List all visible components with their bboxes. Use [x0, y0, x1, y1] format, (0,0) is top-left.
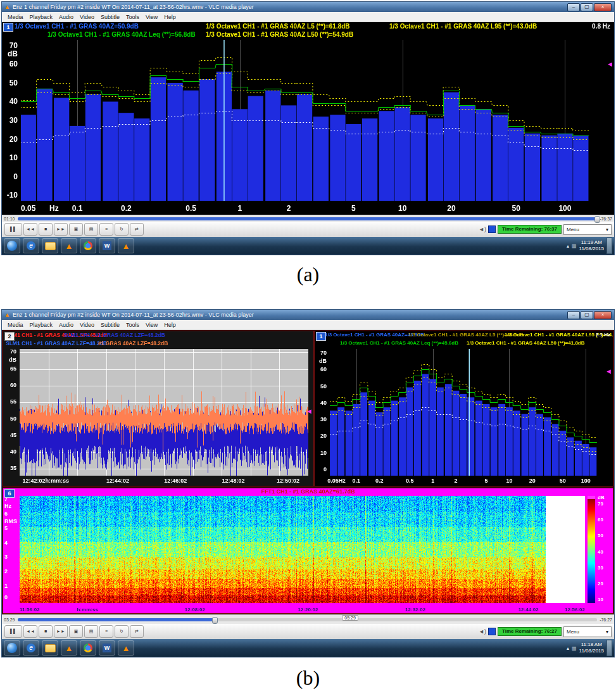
seek-knob[interactable]	[594, 216, 600, 223]
vlc-cone-icon[interactable]: ▲	[118, 640, 134, 656]
title-bar[interactable]: ▲ Enz 1 channel Friday pm #2 inside WT O…	[2, 2, 614, 12]
random-button[interactable]: ⇄	[130, 625, 144, 638]
menu-tools[interactable]: Tools	[123, 322, 142, 328]
menu-playback[interactable]: Playback	[27, 322, 56, 328]
previous-button[interactable]: ◄◄	[23, 625, 37, 638]
loop-button[interactable]: ↻	[115, 625, 129, 638]
menu-view[interactable]: View	[142, 14, 161, 20]
x-axis-tick: 0.05	[21, 204, 35, 213]
menu-tools[interactable]: Tools	[123, 14, 142, 20]
panel-number-badge: 2	[4, 332, 15, 341]
hidden-icons-chevron-icon[interactable]: ▴	[567, 243, 569, 249]
fullscreen-button[interactable]: ▣	[69, 223, 83, 236]
pause-button[interactable]: ▌▌	[4, 625, 22, 638]
extended-settings-button[interactable]: ▤	[84, 625, 98, 638]
seek-knob[interactable]	[212, 617, 218, 624]
word-icon[interactable]: W	[99, 640, 115, 656]
menu-subtitle[interactable]: Subtitle	[97, 14, 123, 20]
close-button[interactable]: ×	[594, 311, 612, 319]
file-explorer-icon[interactable]	[42, 640, 58, 656]
chevron-down-icon: ▾	[606, 629, 608, 635]
next-button[interactable]: ►►	[54, 223, 68, 236]
vlc-cone-icon: ▲	[4, 4, 10, 10]
start-button[interactable]	[4, 238, 20, 253]
cursor-frequency-readout: 3.1 Hz	[596, 332, 610, 338]
file-explorer-icon[interactable]	[42, 238, 58, 253]
menu-dropdown-label: Menu	[567, 227, 579, 232]
readout-line-2: 1/3 Octave1 CH1 - #1 GRAS 40AZ Leq (**)=…	[2, 30, 614, 39]
maximize-button[interactable]: ▢	[581, 3, 593, 11]
vlc-window-a: ▲ Enz 1 channel Friday pm #2 inside WT O…	[1, 1, 615, 255]
x-axis-tick: 0.5	[185, 204, 196, 213]
maximize-button[interactable]: ▢	[581, 311, 593, 319]
volume-icon[interactable]: ◄)	[479, 628, 486, 635]
colorbar-tick: 30	[598, 565, 603, 571]
seek-bar[interactable]: 05:29	[18, 618, 598, 621]
start-button[interactable]	[4, 640, 20, 656]
title-bar[interactable]: ▲ Enz 1 channel Friday pm #2 inside WT O…	[2, 310, 614, 320]
menu-dropdown[interactable]: Menu ▾	[563, 224, 612, 235]
window-buttons: – ▢ ×	[567, 311, 612, 319]
menu-playback[interactable]: Playback	[27, 14, 56, 20]
x-axis-tick: 2	[454, 478, 457, 484]
y-axis-tick: -10	[2, 191, 19, 200]
menu-audio[interactable]: Audio	[56, 322, 77, 328]
seek-bar[interactable]	[18, 217, 598, 220]
playlist-button[interactable]: ≡	[99, 223, 113, 236]
taskbar-clock[interactable]: 11:19 AM 11/08/2015	[579, 239, 604, 252]
network-status-icon[interactable]: ▥	[572, 243, 577, 249]
minimize-button[interactable]: –	[567, 311, 580, 319]
y-axis-tick: 0	[315, 466, 328, 473]
chrome-icon[interactable]	[80, 640, 96, 656]
show-desktop-button[interactable]	[607, 238, 612, 254]
menu-media[interactable]: Media	[4, 14, 27, 20]
leq-readout: 1/3 Octave1 CH1 - #1 GRAS 40AZ Leq (**)=…	[340, 340, 458, 346]
y-axis-tick: 70	[2, 41, 19, 50]
menu-audio[interactable]: Audio	[56, 14, 77, 20]
vlc-cone-icon[interactable]: ▲	[118, 238, 134, 253]
x-axis-tick: 0.2	[375, 478, 384, 484]
fullscreen-button[interactable]: ▣	[69, 625, 83, 638]
stop-button[interactable]: ■	[39, 625, 53, 638]
colorbar-tick: 60	[598, 517, 603, 523]
vlc-player-icon[interactable]: ▲	[61, 640, 77, 656]
menu-media[interactable]: Media	[4, 322, 27, 328]
playlist-button[interactable]: ≡	[99, 625, 113, 638]
clock-date: 11/08/2015	[579, 246, 604, 252]
loop-button[interactable]: ↻	[115, 223, 129, 236]
network-status-icon[interactable]: ▥	[572, 645, 577, 651]
word-icon[interactable]: W	[99, 238, 115, 253]
x-axis-tick: 12:48:02	[222, 478, 244, 484]
menu-video[interactable]: Video	[77, 14, 97, 20]
pause-button[interactable]: ▌▌	[4, 223, 22, 236]
show-desktop-button[interactable]	[607, 640, 612, 656]
menu-bar: MediaPlaybackAudioVideoSubtitleToolsView…	[2, 320, 614, 330]
internet-explorer-icon[interactable]: e	[23, 640, 39, 656]
vlc-player-icon[interactable]: ▲	[61, 238, 77, 253]
y-axis-tick: 50	[315, 383, 328, 390]
y-axis-tick: 0	[2, 172, 19, 181]
close-button[interactable]: ×	[594, 3, 612, 11]
vlc-cone-icon: ▲	[4, 312, 10, 318]
internet-explorer-icon[interactable]: e	[23, 238, 39, 253]
previous-button[interactable]: ◄◄	[23, 223, 37, 236]
x-axis-tick: 12:20:02	[298, 607, 318, 612]
y-axis-label: Hz	[4, 503, 11, 509]
menu-video[interactable]: Video	[77, 322, 97, 328]
random-button[interactable]: ⇄	[130, 223, 144, 236]
vlc-window-b: ▲ Enz 1 channel Friday pm #2 inside WT O…	[1, 309, 615, 657]
volume-icon[interactable]: ◄)	[479, 226, 486, 232]
y-axis-tick: 70	[3, 348, 18, 355]
stop-button[interactable]: ■	[39, 223, 53, 236]
menu-help[interactable]: Help	[161, 322, 179, 328]
minimize-button[interactable]: –	[567, 3, 580, 11]
menu-help[interactable]: Help	[161, 14, 179, 20]
menu-view[interactable]: View	[142, 322, 161, 328]
taskbar-clock[interactable]: 11:18 AM 11/08/2015	[579, 642, 604, 654]
next-button[interactable]: ►►	[54, 625, 68, 638]
hidden-icons-chevron-icon[interactable]: ▴	[567, 645, 569, 651]
menu-subtitle[interactable]: Subtitle	[97, 322, 123, 328]
extended-settings-button[interactable]: ▤	[84, 223, 98, 236]
menu-dropdown[interactable]: Menu ▾	[563, 626, 612, 637]
chrome-icon[interactable]	[80, 238, 96, 253]
